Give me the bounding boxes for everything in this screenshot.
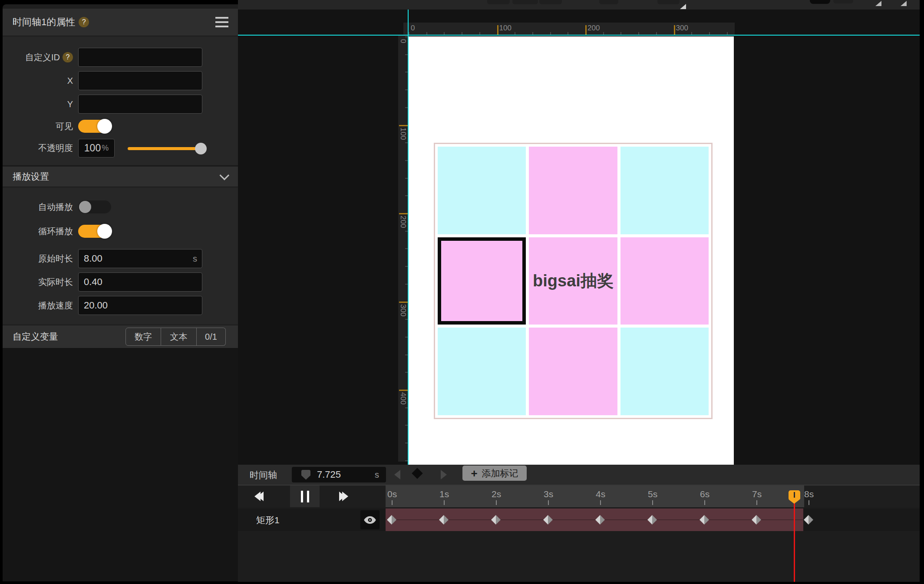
opacity-slider[interactable] [128, 142, 204, 155]
time-marker-icon [301, 470, 310, 480]
grid-cell-0-1[interactable] [529, 147, 617, 234]
var-number-button[interactable]: 数字 [125, 328, 161, 346]
grid-cell-2-0[interactable] [438, 328, 526, 415]
loop-toggle[interactable] [78, 225, 111, 238]
add-marker-button[interactable]: + 添加标记 [462, 466, 527, 481]
fast-forward-button[interactable] [342, 492, 348, 503]
ruler-tick-major [585, 25, 587, 36]
actual-duration-input[interactable] [78, 272, 202, 292]
x-input[interactable] [78, 71, 202, 90]
current-time-unit: s [375, 470, 379, 480]
speed-row: 播放速度 [3, 296, 238, 315]
playback-section-label: 播放设置 [13, 171, 49, 183]
playback-section-bar[interactable]: 播放设置 [3, 166, 238, 187]
track-row: 矩形1 [238, 509, 920, 531]
custom-id-help-icon[interactable]: ? [63, 52, 73, 62]
opacity-label: 不透明度 [3, 142, 73, 154]
timeline-second-tick [600, 500, 601, 505]
toolbar-wedge [875, 1, 881, 6]
var-text-button[interactable]: 文本 [161, 328, 197, 346]
toolbar-fragment [599, 0, 618, 4]
timeline-ruler[interactable]: 0s1s2s3s4s5s6s7s8s [386, 486, 804, 507]
v-ruler-label: 300 [399, 304, 407, 316]
grid-cell-1-0[interactable] [438, 237, 526, 325]
timeline-second-label: 1s [439, 489, 449, 499]
y-input[interactable] [78, 95, 202, 114]
grid-cell-0-2[interactable] [620, 147, 709, 234]
custom-id-input[interactable] [78, 48, 202, 67]
opacity-row: 不透明度 100 % [3, 139, 238, 157]
panel-empty-area [3, 348, 238, 581]
grid-cell-2-1[interactable] [529, 328, 617, 415]
grid-cell-2-2[interactable] [620, 328, 709, 415]
lottery-grid-widget[interactable]: bigsai抽奖 [434, 143, 713, 419]
toolbar-wedge [901, 1, 907, 6]
current-time-field[interactable]: 7.725 s [292, 467, 386, 482]
playhead-marker[interactable] [789, 490, 800, 503]
keyframe-2s[interactable] [491, 515, 501, 525]
plus-icon: + [471, 468, 477, 479]
track-keyframe-bar[interactable] [386, 509, 803, 531]
keyframe-6s[interactable] [700, 515, 709, 525]
v-ruler-label: 0 [399, 39, 407, 43]
pause-button[interactable] [290, 486, 320, 507]
grid-cell-1-1[interactable]: bigsai抽奖 [529, 237, 617, 325]
visible-toggle[interactable] [78, 120, 111, 133]
hamburger-menu-icon[interactable] [215, 17, 228, 27]
keyframe-5s[interactable] [647, 515, 657, 525]
keyframe-7s[interactable] [752, 515, 761, 525]
original-duration-row: 原始时长 s [3, 249, 238, 268]
next-keyframe-button[interactable] [441, 470, 447, 479]
app-window: 时间轴1的属性 ? 自定义ID ? X Y 可见 [0, 0, 924, 584]
grid-cell-1-2[interactable] [620, 237, 709, 325]
original-duration-input[interactable] [78, 249, 202, 268]
original-duration-unit: s [193, 254, 197, 264]
guide-line-horizontal [238, 35, 920, 36]
rewind-button[interactable] [254, 492, 261, 503]
keyframe-8s[interactable] [804, 515, 813, 525]
var-bool-button[interactable]: 0/1 [197, 328, 226, 346]
keyframe-4s[interactable] [595, 515, 605, 525]
timeline-panel: 时间轴 7.725 s + 添加标记 0s1s2s3s4s5s6s7s8s 矩形… [238, 465, 920, 582]
properties-panel: 时间轴1的属性 ? 自定义ID ? X Y 可见 [3, 4, 238, 581]
timeline-second-tick [808, 500, 809, 505]
current-time-value: 7.725 [317, 469, 341, 480]
basic-props-section: 自定义ID ? X Y 可见 不透明度 100 % [3, 36, 238, 165]
keyframe-1s[interactable] [439, 515, 449, 525]
playhead-line [794, 503, 795, 582]
keyframe-0s[interactable] [387, 515, 396, 525]
timeline-second-label: 0s [387, 489, 397, 499]
speed-input[interactable] [78, 296, 202, 315]
chevron-down-icon [220, 171, 230, 180]
y-row: Y [3, 95, 238, 114]
h-ruler-label: 100 [499, 24, 512, 33]
canvas-viewport[interactable]: 0100200300 0100200300400 bigsai抽奖 [238, 0, 920, 465]
guide-line-vertical [408, 10, 409, 465]
autoplay-toggle[interactable] [78, 200, 111, 213]
keyframe-diamond-icon[interactable] [412, 468, 422, 479]
properties-panel-header: 时间轴1的属性 ? [3, 9, 238, 36]
eye-icon [363, 515, 376, 525]
h-ruler-label: 0 [411, 24, 415, 33]
toolbar-fragment [833, 0, 853, 3]
variables-section-label: 自定义变量 [13, 331, 58, 343]
opacity-value-box[interactable]: 100 % [78, 139, 115, 157]
v-ruler-label: 200 [399, 216, 407, 228]
help-icon[interactable]: ? [79, 17, 89, 27]
opacity-slider-knob[interactable] [195, 143, 207, 154]
v-ruler-label: 400 [399, 392, 407, 404]
original-duration-label: 原始时长 [3, 253, 73, 265]
opacity-slider-track [128, 147, 204, 150]
panel-top-strip [3, 4, 238, 9]
visibility-eye-button[interactable] [360, 510, 380, 529]
ruler-tick-major [399, 125, 409, 126]
keyframe-3s[interactable] [543, 515, 553, 525]
timeline-second-tick [756, 500, 757, 505]
visible-label: 可见 [3, 121, 73, 132]
custom-id-label: 自定义ID [25, 52, 60, 63]
y-label: Y [3, 99, 73, 109]
grid-cell-0-0[interactable] [438, 147, 526, 234]
prev-keyframe-button[interactable] [394, 470, 400, 479]
speed-label: 播放速度 [3, 300, 73, 312]
actual-duration-label: 实际时长 [3, 276, 73, 288]
